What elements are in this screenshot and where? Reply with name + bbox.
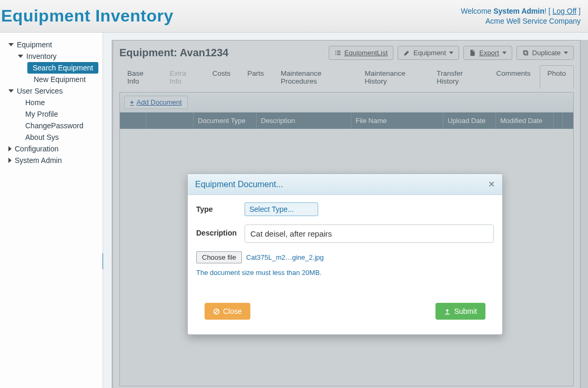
selected-file-name: Cat375L_m2…gine_2.jpg [246, 253, 323, 261]
app-title: Equipment Inventory [0, 6, 174, 26]
sidebar-label: Search Equipment [33, 64, 93, 72]
sidebar-item-about-sys[interactable]: About Sys [4, 131, 99, 143]
sidebar-item-inventory[interactable]: Inventory [4, 50, 99, 62]
welcome-block: Welcome System Admin! [ Log Off ] Acme W… [461, 6, 581, 26]
welcome-prefix: Welcome [461, 7, 493, 15]
sidebar-label: About Sys [25, 133, 59, 141]
welcome-tail: ] [576, 7, 581, 15]
sidebar-item-my-profile[interactable]: My Profile [4, 108, 99, 120]
sidebar-item-search-equipment[interactable]: Search Equipment [27, 62, 98, 74]
sidebar-label: User Services [17, 87, 63, 95]
company-name: Acme Well Service Company [461, 16, 581, 26]
modal-title: Equipment Document... [195, 180, 283, 189]
upload-icon [444, 308, 451, 315]
type-row: Type Select Type... [196, 202, 494, 216]
description-label: Description [196, 224, 245, 237]
modal-header: Equipment Document... ✕ [188, 174, 502, 195]
file-row: Choose file Cat375L_m2…gine_2.jpg [196, 251, 494, 263]
close-button[interactable]: Close [205, 303, 250, 320]
app-header: Equipment Inventory Welcome System Admin… [0, 0, 588, 33]
sidebar-item-change-password[interactable]: ChangePassword [4, 120, 99, 131]
sidebar-item-configuration[interactable]: Configuration [4, 143, 99, 155]
description-input[interactable] [245, 224, 494, 243]
type-select[interactable]: Select Type... [245, 202, 318, 216]
logoff-link[interactable]: Log Off [553, 7, 577, 15]
equipment-document-modal: Equipment Document... ✕ Type Select Type… [187, 173, 503, 335]
sidebar-label: System Admin [15, 156, 62, 165]
close-icon[interactable]: ✕ [488, 179, 495, 189]
description-row: Description [196, 224, 494, 243]
type-select-value: Select Type... [249, 205, 294, 213]
sidebar-label: New Equipment [34, 75, 86, 84]
sidebar: Equipment Inventory Search Equipment New… [0, 33, 103, 388]
caret-right-icon [8, 146, 12, 151]
welcome-suffix: ! [ [544, 7, 553, 15]
sidebar-item-new-equipment[interactable]: New Equipment [4, 74, 99, 85]
button-label: Submit [454, 307, 477, 315]
sidebar-label: Inventory [26, 52, 57, 60]
button-label: Close [223, 307, 242, 315]
choose-file-button[interactable]: Choose file [196, 251, 242, 263]
sidebar-label: ChangePassword [25, 121, 84, 130]
submit-button[interactable]: Submit [435, 303, 485, 320]
caret-down-icon [8, 89, 14, 93]
sidebar-item-user-services[interactable]: User Services [4, 85, 99, 97]
sidebar-label: Equipment [17, 40, 52, 49]
sidebar-label: Home [25, 98, 45, 107]
caret-down-icon [18, 55, 23, 58]
sidebar-item-home[interactable]: Home [4, 97, 99, 108]
sidebar-label: Configuration [15, 145, 58, 153]
caret-right-icon [8, 158, 12, 163]
modal-footer: Close Submit [196, 303, 494, 330]
type-label: Type [196, 205, 245, 213]
svg-line-1 [215, 310, 218, 313]
sidebar-item-system-admin[interactable]: System Admin [4, 155, 99, 166]
welcome-user: System Admin [493, 7, 544, 15]
cancel-icon [213, 308, 220, 315]
sidebar-label: My Profile [25, 110, 58, 118]
caret-down-icon [8, 43, 14, 46]
sidebar-item-equipment[interactable]: Equipment [4, 39, 99, 50]
size-hint: The document size must less than 20MB. [196, 269, 494, 277]
